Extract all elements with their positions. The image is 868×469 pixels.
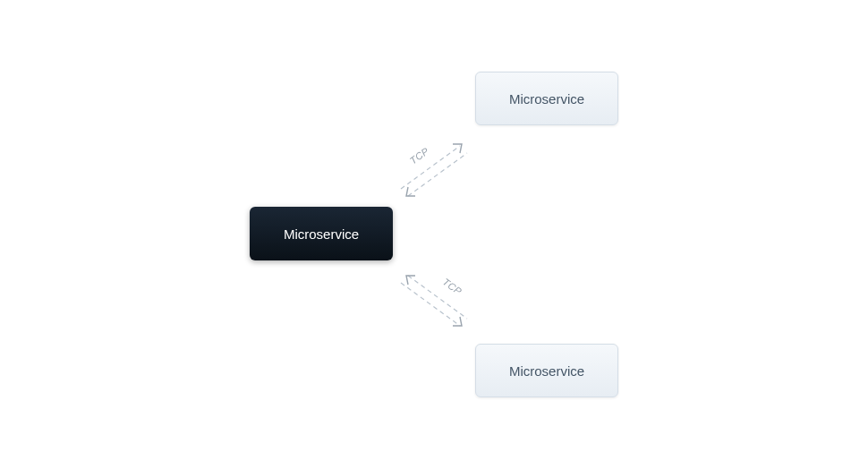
microservice-node-top: Microservice [475, 72, 618, 125]
microservice-node-main-label: Microservice [284, 226, 359, 242]
connector-bottom [394, 269, 474, 331]
connector-top-label: TCP [408, 145, 431, 166]
connector-top [394, 139, 474, 201]
microservice-node-top-label: Microservice [509, 91, 584, 107]
svg-line-0 [401, 146, 460, 189]
microservice-node-bottom-label: Microservice [509, 363, 584, 379]
connector-bottom-label: TCP [441, 276, 464, 296]
microservice-node-bottom: Microservice [475, 344, 618, 397]
microservice-node-main: Microservice [250, 207, 393, 260]
svg-line-2 [408, 276, 467, 319]
